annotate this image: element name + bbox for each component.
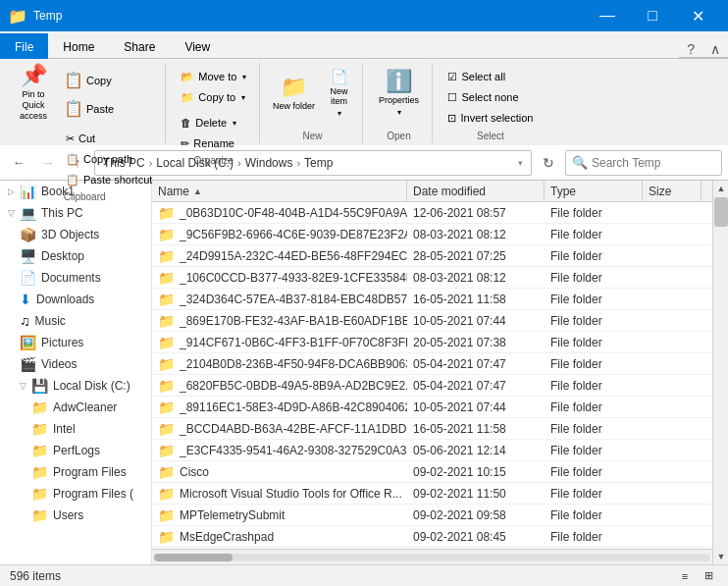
- path-dropdown-arrow[interactable]: ▾: [518, 158, 523, 168]
- col-header-size[interactable]: Size: [643, 181, 702, 201]
- sidebar-item-documents[interactable]: 📄 Documents: [0, 267, 151, 289]
- table-row[interactable]: 📁 _6820FB5C-0BDB-49A5-8B9A-AD2BC9E2... 0…: [152, 375, 712, 397]
- rename-button[interactable]: ✏ Rename: [174, 133, 253, 153]
- tab-file[interactable]: File: [0, 33, 48, 59]
- ribbon-collapse-button[interactable]: ∧: [702, 41, 728, 58]
- minimize-button[interactable]: —: [585, 0, 630, 31]
- cut-button[interactable]: ✂ Cut: [59, 129, 159, 148]
- list-view-button[interactable]: ≡: [675, 568, 695, 584]
- sidebar-item-this-pc[interactable]: ▽ 💻 This PC: [0, 202, 151, 224]
- properties-button[interactable]: ℹ️ Properties ▾: [371, 65, 426, 122]
- sidebar-item-local-disk[interactable]: ▽ 💾 Local Disk (C:): [0, 375, 151, 397]
- sidebar-item-program-files[interactable]: 📁 Program Files: [0, 461, 151, 483]
- scroll-thumb[interactable]: [714, 197, 728, 227]
- folder-icon: 📁: [158, 443, 175, 458]
- table-row[interactable]: 📁 _869E170B-FE32-43AF-BA1B-E60ADF1BE3...…: [152, 310, 712, 332]
- horizontal-scrollbar[interactable]: [152, 549, 712, 564]
- folder-icon: 📁: [158, 292, 175, 307]
- vertical-scrollbar[interactable]: ▲ ▼: [712, 181, 728, 564]
- sidebar-item-downloads[interactable]: ⬇ Downloads: [0, 289, 151, 310]
- delete-icon: 🗑: [181, 117, 191, 129]
- folder-icon: 📁: [158, 421, 175, 437]
- table-row[interactable]: 📁 _9C56F9B2-6966-4C6E-9039-DE87E23F2A...…: [152, 224, 712, 245]
- table-row[interactable]: 📁 _106C0CCD-B377-4933-82E9-1CFE33584E...…: [152, 267, 712, 289]
- main-area: ▷ 📊 Book1 ▽ 💻 This PC 📦 3D Objects 🖥️ De…: [0, 181, 728, 564]
- this-pc-expand-icon: ▽: [8, 208, 15, 218]
- scroll-down-button[interactable]: ▼: [713, 549, 728, 564]
- sidebar-label-downloads: Downloads: [36, 293, 94, 306]
- table-row[interactable]: 📁 _BCCD4ABD-B63A-42BE-AFCF-11A1DBD... 16…: [152, 418, 712, 440]
- copy-path-button[interactable]: 📋 Copy path: [59, 149, 159, 169]
- table-row[interactable]: 📁 MPTelemetrySubmit 09-02-2021 09:58 Fil…: [152, 505, 712, 526]
- paste-button[interactable]: 📋 Paste: [59, 95, 102, 123]
- sidebar-item-music[interactable]: ♫ Music: [0, 310, 151, 332]
- close-button[interactable]: ✕: [675, 0, 720, 31]
- scroll-up-button[interactable]: ▲: [713, 181, 728, 196]
- pin-quick-access-button[interactable]: 📌 Pin to Quick access: [10, 65, 57, 122]
- invert-selection-icon: ⊡: [447, 112, 456, 125]
- paste-shortcut-button[interactable]: 📋 Paste shortcut: [59, 170, 159, 189]
- col-header-type[interactable]: Type: [545, 181, 643, 201]
- select-none-button[interactable]: ☐ Select none: [441, 87, 540, 107]
- table-row[interactable]: 📁 Microsoft Visual Studio Tools for Offi…: [152, 483, 712, 505]
- new-buttons: 📁 New folder 📄 New item ▾: [268, 63, 356, 129]
- organize-buttons: 📂 Move to ▾ 📁 Copy to ▾ 🗑 Delete ▾ ✏: [174, 63, 253, 153]
- grid-view-button[interactable]: ⊞: [699, 568, 718, 584]
- scroll-track[interactable]: [713, 196, 728, 549]
- select-all-button[interactable]: ☑ Select all: [441, 67, 540, 86]
- col-header-date[interactable]: Date modified: [407, 181, 545, 201]
- refresh-button[interactable]: ↻: [536, 150, 561, 176]
- table-row[interactable]: 📁 _914CF671-0B6C-4FF3-B1FF-0F70C8F3FD...…: [152, 332, 712, 353]
- move-to-button[interactable]: 📂 Move to ▾: [174, 67, 253, 86]
- search-input[interactable]: [592, 156, 728, 170]
- table-row[interactable]: 📁 _E3CF4335-9541-46A2-9308-327529C0A3F2 …: [152, 440, 712, 461]
- folder-icon: 📁: [158, 227, 175, 242]
- sidebar-item-program-files-x86[interactable]: 📁 Program Files (: [0, 483, 151, 505]
- tab-home[interactable]: Home: [48, 33, 109, 59]
- copy-to-dropdown: ▾: [241, 93, 245, 102]
- col-header-name[interactable]: Name ▲: [152, 181, 407, 201]
- ribbon-group-clipboard: 📌 Pin to Quick access 📋 Copy 📋 Paste ✂ C…: [4, 63, 166, 143]
- table-row[interactable]: 📁 _24D9915A-232C-44ED-BE56-48FF294EC... …: [152, 245, 712, 267]
- downloads-icon: ⬇: [20, 292, 31, 307]
- music-icon: ♫: [20, 313, 30, 329]
- table-row[interactable]: 📁 _324D364C-57EA-4B37-8184-EBC48DB57... …: [152, 289, 712, 310]
- tab-share[interactable]: Share: [109, 33, 170, 59]
- tab-view[interactable]: View: [170, 33, 225, 59]
- h-scroll-track[interactable]: [154, 554, 710, 561]
- invert-selection-button[interactable]: ⊡ Invert selection: [441, 108, 540, 128]
- table-row[interactable]: 📁 _0B63D10C-0F48-404B-A1D4-55C9F0A9A... …: [152, 202, 712, 224]
- properties-icon: ℹ️: [386, 71, 412, 92]
- table-row[interactable]: 📁 MsEdgeCrashpad 09-02-2021 08:45 File f…: [152, 526, 712, 548]
- sidebar-label-desktop: Desktop: [41, 249, 84, 263]
- new-item-button[interactable]: 📄 New item ▾: [321, 65, 356, 122]
- select-buttons: ☑ Select all ☐ Select none ⊡ Invert sele…: [441, 63, 540, 129]
- maximize-button[interactable]: □: [630, 0, 675, 31]
- new-folder-icon: 📁: [281, 77, 307, 98]
- clipboard-buttons: 📌 Pin to Quick access 📋 Copy 📋 Paste ✂ C…: [10, 63, 159, 189]
- file-list[interactable]: 📁 _0B63D10C-0F48-404B-A1D4-55C9F0A9A... …: [152, 202, 712, 549]
- help-button[interactable]: ?: [679, 41, 702, 58]
- path-segment-temp[interactable]: Temp: [304, 156, 333, 170]
- table-row[interactable]: 📁 _2104B0D8-236B-4F50-94F8-DCA6BB9063...…: [152, 353, 712, 375]
- sidebar-item-perflogs[interactable]: 📁 PerfLogs: [0, 440, 151, 461]
- h-scroll-thumb[interactable]: [154, 554, 233, 561]
- sidebar-item-pictures[interactable]: 🖼️ Pictures: [0, 332, 151, 353]
- copy-button[interactable]: 📋 Copy: [59, 67, 102, 94]
- sidebar-item-intel[interactable]: 📁 Intel: [0, 418, 151, 440]
- search-box[interactable]: 🔍: [565, 150, 722, 176]
- sidebar-item-desktop[interactable]: 🖥️ Desktop: [0, 245, 151, 267]
- address-path[interactable]: This PC › Local Disk (C:) › Windows › Te…: [94, 150, 532, 176]
- table-row[interactable]: 📁 Cisco 09-02-2021 10:15 File folder: [152, 461, 712, 483]
- sidebar-label-pictures: Pictures: [41, 336, 83, 349]
- new-folder-button[interactable]: 📁 New folder: [268, 65, 319, 122]
- table-row[interactable]: 📁 _89116EC1-58E3-4D9D-A86B-42C8904062...…: [152, 397, 712, 418]
- delete-button[interactable]: 🗑 Delete ▾: [174, 113, 253, 133]
- copy-to-button[interactable]: 📁 Copy to ▾: [174, 87, 253, 107]
- sidebar-item-videos[interactable]: 🎬 Videos: [0, 353, 151, 375]
- organize-label: Organize: [174, 153, 253, 168]
- copy-to-icon: 📁: [181, 91, 194, 104]
- sidebar-item-adwcleaner[interactable]: 📁 AdwCleaner: [0, 397, 151, 418]
- sidebar-item-users[interactable]: 📁 Users: [0, 505, 151, 526]
- sidebar-item-3d-objects[interactable]: 📦 3D Objects: [0, 224, 151, 245]
